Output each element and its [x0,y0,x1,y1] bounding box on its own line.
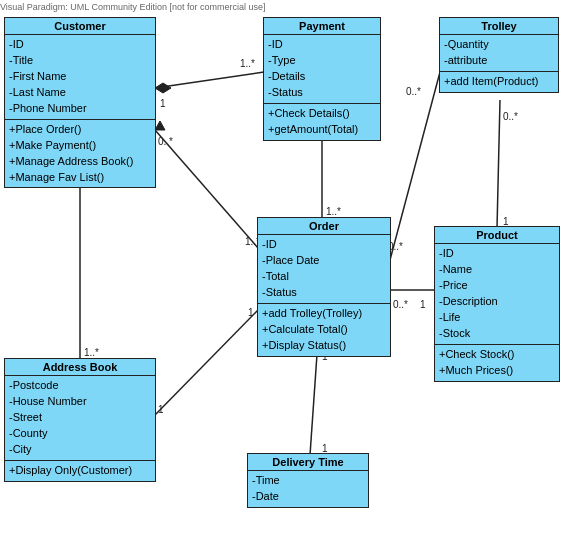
product-class: Product -ID -Name -Price -Description -L… [434,226,560,382]
attr-line: -County [9,426,151,442]
method-line: +Display Status() [262,338,386,354]
product-attributes: -ID -Name -Price -Description -Life -Sto… [435,244,559,345]
customer-methods: +Place Order() +Make Payment() +Manage A… [5,120,155,188]
method-line: +Check Stock() [439,347,555,363]
svg-text:0..*: 0..* [393,299,408,310]
address-book-attributes: -Postcode -House Number -Street -County … [5,376,155,461]
svg-text:1..*: 1..* [240,58,255,69]
address-book-methods: +Display Only(Customer) [5,461,155,481]
method-line: +Display Only(Customer) [9,463,151,479]
method-line: +Much Prices() [439,363,555,379]
attr-line: -Type [268,53,376,69]
attr-line: -Status [262,285,386,301]
svg-line-12 [390,72,440,260]
payment-class: Payment -ID -Type -Details -Status +Chec… [263,17,381,141]
svg-text:1: 1 [248,307,254,318]
payment-attributes: -ID -Type -Details -Status [264,35,380,104]
customer-attributes: -ID -Title -First Name -Last Name -Phone… [5,35,155,120]
svg-text:1: 1 [160,98,166,109]
svg-text:0..*: 0..* [406,86,421,97]
attr-line: -Last Name [9,85,151,101]
attr-line: -Date [252,489,364,505]
order-class: Order -ID -Place Date -Total -Status +ad… [257,217,391,357]
attr-line: -City [9,442,151,458]
attr-line: -Postcode [9,378,151,394]
trolley-title: Trolley [440,18,558,35]
svg-line-0 [155,72,264,88]
svg-line-5 [155,130,258,248]
delivery-time-attributes: -Time -Date [248,471,368,507]
method-line: +add Trolley(Trolley) [262,306,386,322]
customer-class: Customer -ID -Title -First Name -Last Na… [4,17,156,188]
order-methods: +add Trolley(Trolley) +Calculate Total()… [258,304,390,356]
attr-line: -Details [268,69,376,85]
method-line: +Calculate Total() [262,322,386,338]
payment-methods: +Check Details() +getAmount(Total) [264,104,380,140]
attr-line: -Title [9,53,151,69]
attr-line: -Street [9,410,151,426]
delivery-time-class: Delivery Time -Time -Date [247,453,369,508]
svg-text:1..*: 1..* [326,206,341,217]
svg-line-28 [310,340,318,455]
address-book-class: Address Book -Postcode -House Number -St… [4,358,156,482]
method-line: +add Item(Product) [444,74,554,90]
attr-line: -Phone Number [9,101,151,117]
attr-line: -Total [262,269,386,285]
attr-line: -Name [439,262,555,278]
product-methods: +Check Stock() +Much Prices() [435,345,559,381]
method-line: +Manage Address Book() [9,154,151,170]
attr-line: -ID [268,37,376,53]
order-attributes: -ID -Place Date -Total -Status [258,235,390,304]
attr-line: -ID [262,237,386,253]
trolley-class: Trolley -Quantity -attribute +add Item(P… [439,17,559,93]
attr-line: -Description [439,294,555,310]
attr-line: -ID [439,246,555,262]
svg-line-25 [155,310,258,415]
method-line: +getAmount(Total) [268,122,376,138]
svg-text:1: 1 [158,404,164,415]
attr-line: -Stock [439,326,555,342]
svg-marker-6 [155,121,165,130]
attr-line: -Place Date [262,253,386,269]
watermark: Visual Paradigm: UML Community Edition [… [0,2,266,12]
method-line: +Manage Fav List() [9,170,151,186]
product-title: Product [435,227,559,244]
attr-line: -Quantity [444,37,554,53]
attr-line: -attribute [444,53,554,69]
svg-text:0..*: 0..* [503,111,518,122]
attr-line: -Price [439,278,555,294]
method-line: +Make Payment() [9,138,151,154]
svg-text:1: 1 [420,299,426,310]
order-title: Order [258,218,390,235]
attr-line: -House Number [9,394,151,410]
trolley-methods: +add Item(Product) [440,72,558,92]
attr-line: -First Name [9,69,151,85]
delivery-time-title: Delivery Time [248,454,368,471]
attr-line: -Status [268,85,376,101]
attr-line: -ID [9,37,151,53]
svg-text:0..*: 0..* [158,136,173,147]
attr-line: -Time [252,473,364,489]
method-line: +Check Details() [268,106,376,122]
customer-title: Customer [5,18,155,35]
svg-marker-1 [155,83,171,93]
attr-line: -Life [439,310,555,326]
trolley-attributes: -Quantity -attribute [440,35,558,72]
svg-text:1..*: 1..* [84,347,99,358]
svg-line-16 [497,100,500,228]
payment-title: Payment [264,18,380,35]
method-line: +Place Order() [9,122,151,138]
address-book-title: Address Book [5,359,155,376]
